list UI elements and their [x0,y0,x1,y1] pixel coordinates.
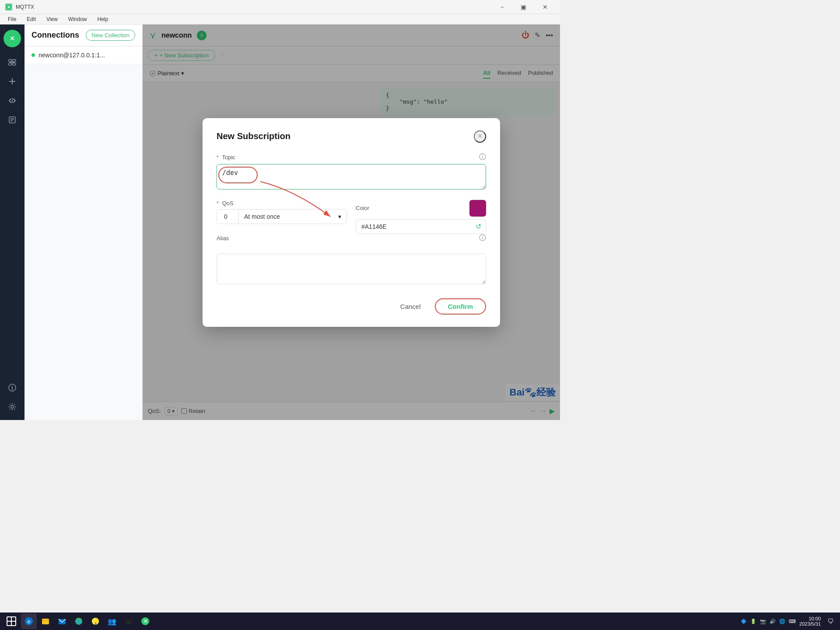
connections-header: Connections New Collection [24,24,142,46]
color-hex-input[interactable] [356,220,471,234]
svg-rect-5 [13,60,16,62]
sidebar-item-add[interactable] [4,74,20,89]
connection-item[interactable]: newconn@127.0.0.1:1... [24,46,142,64]
menu-file[interactable]: File [4,15,21,23]
sidebar-item-connections[interactable] [4,54,20,70]
alias-info-icon[interactable] [479,234,486,242]
app-title: MQTTX [16,4,34,10]
menubar: File Edit View Window Help [0,14,560,24]
svg-line-13 [12,98,13,103]
topic-required-star: * [217,154,219,161]
svg-point-21 [11,406,14,408]
sidebar-logo[interactable]: ✕ [4,30,21,47]
menu-view[interactable]: View [42,15,62,23]
topic-label-row: * Topic [217,153,486,161]
modal-header: New Subscription × [217,130,486,143]
svg-rect-6 [9,63,12,65]
maximize-button[interactable]: ▣ [514,0,533,14]
menu-help[interactable]: Help [93,15,113,23]
svg-rect-7 [13,63,16,65]
svg-point-30 [482,236,483,237]
qos-label: QoS [222,200,234,206]
svg-point-20 [12,386,13,387]
left-panel: Connections New Collection newconn@127.0… [24,24,143,420]
alias-field: Alias [217,234,486,286]
window-controls: − ▣ ✕ [492,0,555,14]
modal-title: New Subscription [217,131,290,141]
svg-text:✕: ✕ [10,35,15,42]
app-logo: ✕ [5,4,12,10]
menu-window[interactable]: Window [64,15,91,23]
modal-overlay: New Subscription × * Topic [143,24,560,420]
topic-input-wrapper: /dev [217,164,486,191]
qos-required-star: * [217,200,219,206]
modal-close-button[interactable]: × [474,130,486,143]
svg-text:✕: ✕ [7,5,10,10]
sidebar-item-info[interactable] [4,380,20,396]
topic-input[interactable]: /dev [217,164,486,189]
color-refresh-icon[interactable]: ↺ [471,222,486,231]
connections-title: Connections [32,31,79,40]
alias-label: Alias [217,235,229,242]
topic-label: Topic [222,154,235,161]
sidebar-item-log[interactable] [4,112,20,128]
svg-point-26 [482,155,483,156]
connection-status-dot [32,53,35,57]
qos-color-row: * QoS 0 At most once ▾ [217,200,486,234]
qos-selector[interactable]: 0 At most once ▾ [217,209,347,224]
topic-field: * Topic [217,153,486,191]
new-subscription-modal: New Subscription × * Topic [203,118,500,327]
confirm-button[interactable]: Confirm [435,298,486,315]
color-label-row: Color [356,200,486,217]
close-button[interactable]: ✕ [535,0,555,14]
chevron-down-icon: ▾ [338,213,341,220]
color-swatch[interactable] [469,200,486,217]
alias-input[interactable] [217,254,486,284]
qos-option[interactable]: At most once ▾ [239,210,346,224]
alias-label-row: Alias [217,234,486,242]
color-label: Color [356,205,369,211]
sidebar: ✕ [0,24,24,420]
sidebar-item-code[interactable] [4,93,20,108]
menu-edit[interactable]: Edit [22,15,40,23]
app-body: ✕ [0,24,560,420]
cancel-button[interactable]: Cancel [393,299,428,314]
color-column: Color ↺ [356,200,486,234]
main-content: ⋎ newconn 0 ⏻ ✎ ••• + + New Subscription… [143,24,560,420]
titlebar: ✕ MQTTX − ▣ ✕ [0,0,560,14]
color-input-row: ↺ [356,219,486,234]
modal-footer: Cancel Confirm [217,298,486,315]
qos-column: * QoS 0 At most once ▾ [217,200,347,234]
new-collection-button[interactable]: New Collection [86,30,135,41]
sidebar-item-settings[interactable] [4,399,20,415]
svg-rect-4 [9,60,12,62]
connection-name: newconn@127.0.0.1:1... [38,52,105,59]
qos-number: 0 [217,210,239,224]
minimize-button[interactable]: − [492,0,512,14]
qos-label-row: * QoS [217,200,347,206]
topic-info-icon[interactable] [479,153,486,161]
